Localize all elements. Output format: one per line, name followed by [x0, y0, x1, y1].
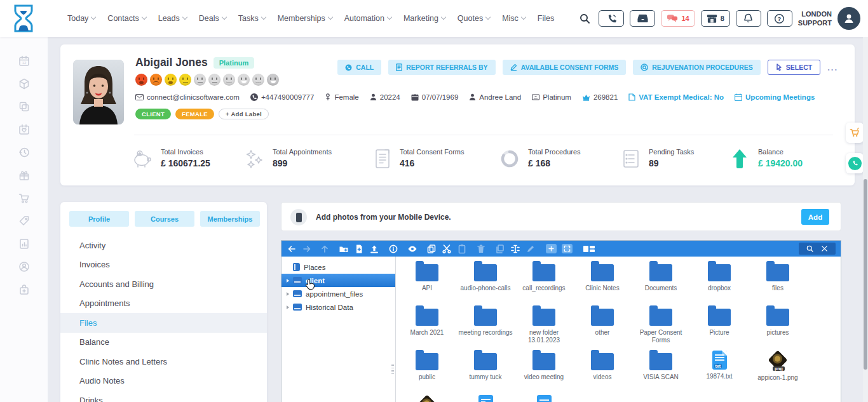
tags-icon[interactable]: [18, 215, 31, 227]
call-widget-button[interactable]: [846, 153, 864, 173]
up-icon[interactable]: [320, 244, 330, 254]
back-icon[interactable]: [287, 244, 297, 254]
menu-appointments[interactable]: Appointments: [60, 294, 267, 314]
file-search-box[interactable]: [799, 243, 836, 255]
scrollbar-thumb[interactable]: [864, 179, 867, 370]
nav-tasks[interactable]: Tasks: [238, 14, 266, 23]
file-item[interactable]: 19874.txt: [690, 349, 749, 393]
file-item[interactable]: Documents: [632, 260, 690, 304]
view-icon[interactable]: [583, 244, 595, 254]
consent-forms-button[interactable]: AVAILABLE CONSENT FORMS: [503, 60, 627, 75]
file-item[interactable]: dropbox: [690, 260, 749, 304]
history-icon[interactable]: [18, 146, 31, 159]
mood-icon[interactable]: [135, 74, 147, 86]
file-item[interactable]: appicon-1.png: [749, 349, 807, 393]
nav-misc[interactable]: Misc: [502, 14, 526, 23]
mood-icon[interactable]: [165, 74, 177, 86]
mood-icon[interactable]: [194, 74, 206, 86]
add-label-button[interactable]: + Add Label: [219, 109, 269, 119]
inbox-button[interactable]: [630, 10, 655, 27]
tab-courses[interactable]: Courses: [135, 211, 194, 227]
file-item[interactable]: [398, 393, 456, 402]
caret-icon[interactable]: [287, 305, 289, 309]
appointments-icon[interactable]: [18, 123, 31, 136]
nav-files[interactable]: Files: [538, 14, 554, 23]
fit-icon[interactable]: [546, 244, 557, 253]
more-actions-button[interactable]: ...: [827, 63, 838, 72]
nav-memberships[interactable]: Memberships: [278, 14, 332, 23]
file-item[interactable]: March 2021: [398, 304, 456, 349]
upload-icon[interactable]: [369, 244, 379, 254]
file-item[interactable]: pictures: [749, 304, 807, 349]
mood-icon[interactable]: [150, 74, 162, 86]
client-photo[interactable]: [73, 60, 124, 124]
menu-audio-notes[interactable]: Audio Notes: [60, 372, 267, 391]
help-button[interactable]: ?: [767, 10, 792, 27]
file-item[interactable]: Picture: [690, 304, 749, 349]
cart-icon[interactable]: [18, 192, 31, 204]
calendar-icon[interactable]: 12: [18, 55, 31, 67]
file-item[interactable]: tummy tuck: [456, 349, 515, 393]
mood-icon[interactable]: [252, 74, 264, 86]
nav-leads[interactable]: Leads: [158, 14, 187, 23]
rename-icon[interactable]: [510, 244, 520, 254]
mood-icon[interactable]: [208, 74, 220, 86]
paste-icon[interactable]: [457, 244, 467, 254]
menu-clinic-notes[interactable]: Clinic Notes and Letters: [60, 352, 267, 372]
file-item[interactable]: [456, 393, 515, 402]
tree-appointment-files[interactable]: appointment_files: [281, 287, 395, 300]
info-icon[interactable]: [388, 244, 398, 254]
nav-marketing[interactable]: Marketing: [403, 14, 445, 23]
new-folder-icon[interactable]: [339, 244, 349, 254]
notifications-button[interactable]: [736, 10, 761, 27]
fullscreen-icon[interactable]: [562, 244, 573, 253]
file-item[interactable]: audio-phone-calls: [456, 260, 515, 304]
call-button[interactable]: CALL: [337, 60, 381, 75]
add-photos-button[interactable]: Add: [801, 209, 829, 225]
new-file-icon[interactable]: [354, 244, 364, 254]
mood-icon[interactable]: [223, 74, 235, 86]
report-referrals-button[interactable]: REPORT REFERRALS BY: [388, 60, 495, 75]
file-item[interactable]: other: [573, 304, 632, 349]
tag-female[interactable]: FEMALE: [175, 109, 214, 119]
file-item[interactable]: Paper Consent Forms: [632, 304, 690, 349]
tree-client[interactable]: client: [281, 274, 395, 287]
client-badge-icon[interactable]: [18, 260, 31, 273]
caret-icon[interactable]: [287, 292, 289, 296]
rejuvenation-procedures-button[interactable]: REJUVENATION PROCEDURES: [633, 60, 761, 75]
preview-icon[interactable]: [407, 244, 417, 254]
nav-today[interactable]: Today: [67, 14, 95, 23]
cut-icon[interactable]: [442, 244, 452, 254]
mood-icon[interactable]: [238, 74, 250, 86]
file-item[interactable]: API: [398, 260, 456, 304]
file-item[interactable]: VISIA SCAN: [632, 349, 690, 393]
select-button[interactable]: SELECT: [768, 60, 820, 75]
nav-automation[interactable]: Automation: [344, 14, 391, 23]
file-item[interactable]: Clinic Notes: [573, 260, 632, 304]
file-item[interactable]: files: [749, 260, 807, 304]
menu-files[interactable]: Files: [60, 313, 267, 333]
file-item[interactable]: call_recordings: [515, 260, 573, 304]
gifts-icon[interactable]: [18, 169, 31, 182]
tab-memberships[interactable]: Memberships: [200, 211, 260, 227]
menu-activity[interactable]: Activity: [60, 236, 267, 255]
nav-deals[interactable]: Deals: [199, 14, 226, 23]
copy-icon[interactable]: [426, 244, 437, 254]
menu-accounts-billing[interactable]: Accounts and Billing: [60, 274, 267, 294]
search-icon[interactable]: [579, 13, 590, 24]
file-item[interactable]: new folder 13.01.2023: [515, 304, 573, 349]
copy-icon[interactable]: [18, 100, 31, 113]
menu-balance[interactable]: Balance: [60, 333, 267, 352]
tree-splitter-handle[interactable]: [391, 365, 394, 376]
edit-icon[interactable]: [526, 244, 536, 254]
page-scrollbar[interactable]: [863, 37, 868, 402]
menu-invoices[interactable]: Invoices: [60, 255, 267, 275]
caret-icon[interactable]: [287, 279, 289, 283]
file-item[interactable]: public: [398, 349, 456, 393]
nav-quotes[interactable]: Quotes: [458, 14, 490, 23]
mood-icon[interactable]: [267, 74, 279, 86]
client-email[interactable]: connect@clinicsoftware.com: [135, 93, 240, 101]
cart-widget-button[interactable]: [846, 123, 864, 143]
menu-drinks[interactable]: Drinks: [60, 391, 267, 402]
delete-icon[interactable]: [476, 244, 486, 254]
